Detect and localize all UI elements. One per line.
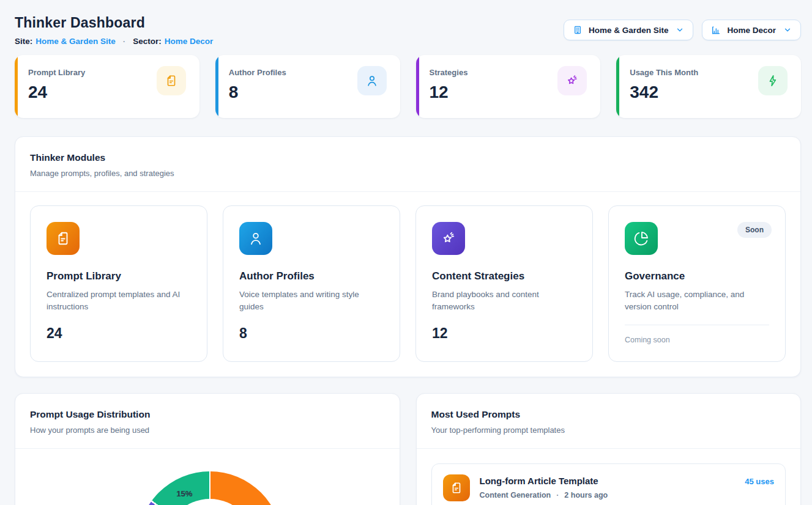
- most-used-prompts-panel: Most Used Prompts Your top-performing pr…: [416, 393, 802, 505]
- document-icon: [443, 474, 470, 501]
- prompt-meta: Content Generation · 2 hours ago: [480, 491, 736, 499]
- module-title: Content Strategies: [432, 270, 576, 282]
- module-card-governance[interactable]: Soon Governance Track AI usage, complian…: [608, 205, 786, 362]
- prompt-time: 2 hours ago: [564, 491, 608, 499]
- module-title: Prompt Library: [47, 270, 191, 282]
- module-card-prompt-library[interactable]: Prompt Library Centralized prompt templa…: [30, 205, 207, 362]
- meta-separator: ·: [556, 491, 559, 499]
- bottom-grid: Prompt Usage Distribution How your promp…: [15, 393, 801, 505]
- list-item-prompt[interactable]: Long-form Article Template Content Gener…: [431, 463, 786, 505]
- chevron-down-icon: [676, 26, 684, 34]
- user-icon: [239, 222, 272, 255]
- modules-panel-header: Thinker Modules Manage prompts, profiles…: [15, 137, 800, 191]
- module-footer: Coming soon: [625, 336, 769, 344]
- donut-chart: 15%: [138, 471, 282, 505]
- sector-selector-dropdown[interactable]: Home Decor: [702, 20, 801, 40]
- sector-selector-label: Home Decor: [727, 26, 776, 35]
- module-card-author-profiles[interactable]: Author Profiles Voice templates and writ…: [223, 205, 400, 362]
- stat-card-strategies: Strategies 12: [416, 55, 601, 118]
- prompt-list: Long-form Article Template Content Gener…: [417, 449, 801, 505]
- document-icon: [157, 66, 186, 95]
- site-selector-dropdown[interactable]: Home & Garden Site: [564, 20, 694, 40]
- page-title: Thinker Dashboard: [15, 15, 213, 31]
- document-icon: [47, 222, 80, 255]
- prompt-usage-panel: Prompt Usage Distribution How your promp…: [15, 393, 400, 505]
- module-description: Brand playbooks and content frameworks: [432, 289, 576, 314]
- lightning-icon: [758, 66, 788, 95]
- breadcrumb-separator: ·: [123, 37, 126, 46]
- module-count: 8: [239, 325, 384, 342]
- prompts-panel-title: Most Used Prompts: [431, 409, 786, 420]
- stat-card-prompt-library: Prompt Library 24: [15, 55, 199, 118]
- usage-panel-title: Prompt Usage Distribution: [30, 409, 385, 420]
- usage-panel-subtitle: How your prompts are being used: [30, 426, 385, 435]
- prompt-uses-badge: 45 uses: [745, 474, 774, 486]
- soon-badge: Soon: [737, 222, 772, 238]
- divider: [625, 325, 769, 325]
- prompt-title: Long-form Article Template: [480, 476, 736, 486]
- site-label: Site:: [15, 37, 32, 46]
- site-link[interactable]: Home & Garden Site: [35, 37, 116, 46]
- module-description: Voice templates and writing style guides: [239, 289, 384, 314]
- modules-grid: Prompt Library Centralized prompt templa…: [15, 192, 800, 377]
- prompt-info: Long-form Article Template Content Gener…: [480, 474, 736, 499]
- module-description: Track AI usage, compliance, and version …: [625, 289, 769, 314]
- donut-chart-area: 15%: [15, 449, 400, 505]
- prompts-panel-header: Most Used Prompts Your top-performing pr…: [417, 394, 801, 448]
- donut-hole: [165, 499, 255, 505]
- chevron-down-icon: [783, 26, 792, 34]
- module-title: Author Profiles: [239, 270, 384, 282]
- modules-panel-title: Thinker Modules: [30, 152, 786, 163]
- dashboard-page: Thinker Dashboard Site: Home & Garden Si…: [0, 0, 812, 505]
- stat-card-usage: Usage This Month 342: [616, 55, 801, 118]
- prompts-panel-subtitle: Your top-performing prompt templates: [431, 426, 786, 435]
- module-card-content-strategies[interactable]: Content Strategies Brand playbooks and c…: [415, 205, 593, 362]
- stats-row: Prompt Library 24 Author Profiles 8 Stra…: [15, 55, 801, 118]
- module-count: 12: [432, 325, 576, 342]
- header-selectors: Home & Garden Site Home Decor: [564, 20, 801, 40]
- title-block: Thinker Dashboard Site: Home & Garden Si…: [15, 15, 213, 46]
- bar-chart-icon: [711, 25, 721, 35]
- user-icon: [357, 66, 387, 95]
- breadcrumb: Site: Home & Garden Site · Sector: Home …: [15, 37, 213, 46]
- thinker-modules-panel: Thinker Modules Manage prompts, profiles…: [15, 136, 801, 377]
- modules-panel-subtitle: Manage prompts, profiles, and strategies: [30, 169, 786, 178]
- site-selector-label: Home & Garden Site: [589, 26, 669, 35]
- top-bar: Thinker Dashboard Site: Home & Garden Si…: [15, 15, 801, 46]
- module-title: Governance: [625, 270, 769, 282]
- building-icon: [573, 25, 583, 35]
- star-sparkle-icon: [557, 66, 587, 95]
- stat-card-author-profiles: Author Profiles 8: [215, 55, 400, 118]
- sector-link[interactable]: Home Decor: [165, 37, 214, 46]
- pie-chart-icon: [625, 222, 658, 255]
- sector-label: Sector:: [133, 37, 162, 46]
- usage-panel-header: Prompt Usage Distribution How your promp…: [15, 394, 400, 448]
- prompt-category: Content Generation: [480, 491, 551, 499]
- donut-slice-label: 15%: [176, 489, 192, 498]
- module-description: Centralized prompt templates and AI inst…: [47, 289, 191, 314]
- star-sparkle-icon: [432, 222, 465, 255]
- module-count: 24: [47, 325, 191, 342]
